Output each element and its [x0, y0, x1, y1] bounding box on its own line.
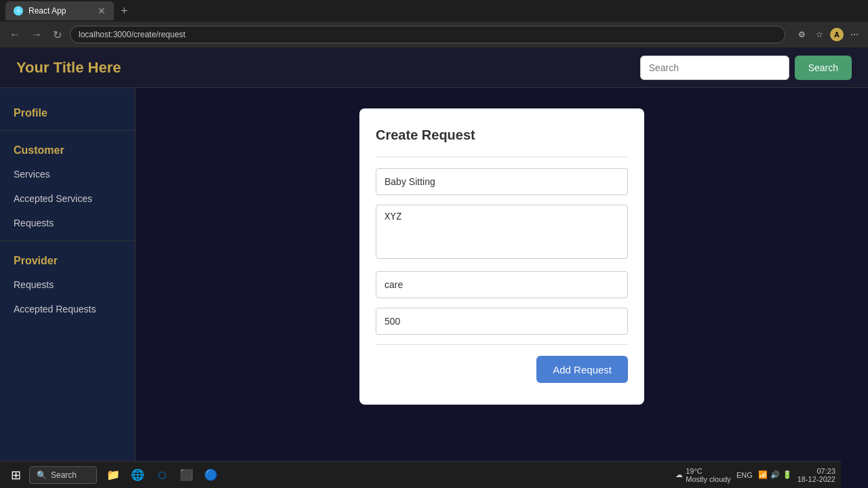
- form-bottom-divider: [376, 344, 628, 345]
- sidebar-item-accepted-requests[interactable]: Accepted Requests: [0, 297, 135, 321]
- main-content: Create Request XYZ Add Request: [136, 88, 868, 488]
- taskbar-date-display: 18-12-2022: [797, 475, 835, 483]
- sidebar: Profile Customer Services Accepted Servi…: [0, 88, 136, 488]
- tab-favicon: ⚛: [14, 6, 23, 16]
- taskbar-app-explorer[interactable]: 📁: [102, 464, 124, 486]
- address-text: localhost:3000/create/request: [79, 30, 185, 39]
- app-title: Your Title Here: [16, 59, 121, 77]
- app-container: Profile Customer Services Accepted Servi…: [0, 88, 868, 488]
- nav-star-icon[interactable]: ☆: [812, 28, 826, 41]
- sidebar-divider-1: [0, 130, 135, 131]
- taskbar-app-edge[interactable]: 🌐: [127, 464, 149, 486]
- sidebar-item-requests[interactable]: Requests: [0, 211, 135, 235]
- form-top-divider: [376, 157, 628, 157]
- nav-extensions-icon[interactable]: ⚙: [795, 28, 808, 41]
- weather-temp: 19°C: [686, 467, 731, 475]
- taskbar-locale: ENG: [736, 471, 753, 479]
- price-field: [376, 308, 628, 335]
- taskbar-weather: ☁ 19°C Mostly cloudy: [675, 467, 731, 483]
- sidebar-item-accepted-services[interactable]: Accepted Services: [0, 186, 135, 211]
- taskbar-apps: 📁 🌐 ⬡ ⬛ 🔵: [102, 464, 222, 486]
- taskbar-right: ☁ 19°C Mostly cloudy ENG 📶 🔊 🔋 07:23 18-…: [675, 467, 835, 483]
- category-field: [376, 271, 628, 298]
- app-header: Your Title Here Search: [0, 47, 868, 88]
- weather-icon: ☁: [675, 470, 683, 479]
- wifi-icon: 📶: [758, 470, 768, 479]
- tab-label: React App: [28, 6, 66, 16]
- sidebar-profile-section[interactable]: Profile: [0, 99, 135, 125]
- volume-icon: 🔊: [770, 470, 780, 479]
- taskbar-start-button[interactable]: ⊞: [5, 465, 26, 485]
- nav-forward-button[interactable]: →: [28, 26, 45, 43]
- browser-tab-active[interactable]: ⚛ React App ✕: [5, 1, 114, 20]
- nav-profile-icon[interactable]: A: [830, 28, 844, 41]
- taskbar-time-display: 07:23: [797, 467, 835, 475]
- nav-refresh-button[interactable]: ↻: [50, 26, 64, 44]
- sidebar-customer-section: Customer: [0, 136, 135, 162]
- weather-desc: Mostly cloudy: [686, 475, 731, 483]
- taskbar-search-icon: 🔍: [37, 470, 47, 480]
- sidebar-divider-2: [0, 241, 135, 241]
- form-title: Create Request: [376, 127, 628, 143]
- description-textarea[interactable]: XYZ: [376, 205, 628, 259]
- address-bar[interactable]: localhost:3000/create/request: [70, 26, 785, 43]
- taskbar-search[interactable]: 🔍 Search: [29, 466, 97, 484]
- add-request-button[interactable]: Add Request: [536, 356, 628, 383]
- taskbar-app-chrome[interactable]: 🔵: [200, 464, 222, 486]
- taskbar-clock: 07:23 18-12-2022: [797, 467, 835, 483]
- form-actions: Add Request: [376, 356, 628, 383]
- description-field: XYZ: [376, 205, 628, 262]
- nav-menu-icon[interactable]: ⋯: [848, 28, 861, 41]
- sidebar-item-services[interactable]: Services: [0, 162, 135, 186]
- category-input[interactable]: [376, 271, 628, 298]
- taskbar-app-terminal[interactable]: ⬛: [176, 464, 197, 486]
- sidebar-provider-section: Provider: [0, 247, 135, 272]
- sidebar-item-provider-requests[interactable]: Requests: [0, 272, 135, 297]
- create-request-form-card: Create Request XYZ Add Request: [359, 108, 644, 405]
- header-search-area: Search: [640, 56, 852, 80]
- search-button[interactable]: Search: [795, 56, 852, 80]
- taskbar-app-vscode[interactable]: ⬡: [151, 464, 173, 486]
- taskbar-search-label: Search: [51, 470, 77, 480]
- nav-back-button[interactable]: ←: [7, 26, 23, 43]
- battery-icon: 🔋: [783, 470, 792, 479]
- new-tab-button[interactable]: +: [117, 4, 132, 18]
- service-input[interactable]: [376, 168, 628, 195]
- tab-close-button[interactable]: ✕: [98, 5, 106, 16]
- search-input[interactable]: [640, 56, 789, 80]
- service-field: [376, 168, 628, 195]
- price-input[interactable]: [376, 308, 628, 335]
